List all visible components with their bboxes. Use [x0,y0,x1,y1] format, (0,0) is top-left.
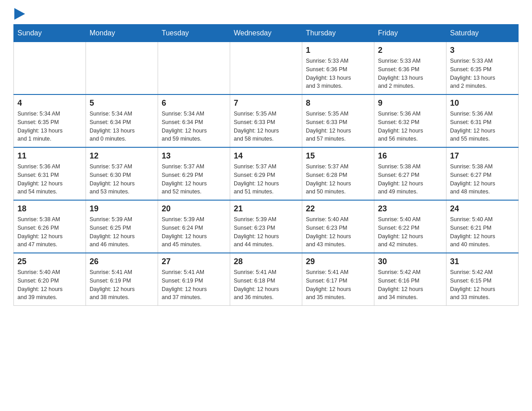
calendar-header: SundayMondayTuesdayWednesdayThursdayFrid… [14,25,519,42]
day-number: 20 [162,204,226,214]
day-cell [14,42,86,95]
day-cell: 3Sunrise: 5:33 AMSunset: 6:35 PMDaylight… [446,42,519,95]
day-cell: 19Sunrise: 5:39 AMSunset: 6:25 PMDayligh… [86,200,158,253]
day-number: 29 [306,257,370,266]
day-number: 31 [450,257,515,266]
day-info: Sunrise: 5:40 AMSunset: 6:20 PMDaylight:… [17,268,82,302]
day-info: Sunrise: 5:34 AMSunset: 6:34 PMDaylight:… [162,110,226,143]
day-info: Sunrise: 5:34 AMSunset: 6:35 PMDaylight:… [17,110,82,143]
day-info: Sunrise: 5:33 AMSunset: 6:36 PMDaylight:… [378,57,442,90]
day-info: Sunrise: 5:41 AMSunset: 6:19 PMDaylight:… [90,268,154,302]
header-friday: Friday [374,25,446,42]
day-cell: 17Sunrise: 5:38 AMSunset: 6:27 PMDayligh… [446,147,519,200]
calendar-table: SundayMondayTuesdayWednesdayThursdayFrid… [13,24,519,306]
day-number: 17 [450,151,515,161]
day-cell: 11Sunrise: 5:36 AMSunset: 6:31 PMDayligh… [14,147,86,200]
day-cell: 13Sunrise: 5:37 AMSunset: 6:29 PMDayligh… [158,147,230,200]
day-number: 26 [90,257,154,266]
day-info: Sunrise: 5:37 AMSunset: 6:29 PMDaylight:… [234,163,298,196]
day-number: 28 [234,257,298,266]
day-cell: 26Sunrise: 5:41 AMSunset: 6:19 PMDayligh… [86,253,158,306]
day-cell: 31Sunrise: 5:42 AMSunset: 6:15 PMDayligh… [446,253,519,306]
day-cell [158,42,230,95]
day-info: Sunrise: 5:37 AMSunset: 6:28 PMDaylight:… [306,163,370,196]
day-info: Sunrise: 5:39 AMSunset: 6:23 PMDaylight:… [234,215,298,249]
day-number: 2 [378,46,442,55]
day-cell: 7Sunrise: 5:35 AMSunset: 6:33 PMDaylight… [230,94,302,147]
header-monday: Monday [86,25,158,42]
day-cell: 10Sunrise: 5:36 AMSunset: 6:31 PMDayligh… [446,94,519,147]
day-cell: 8Sunrise: 5:35 AMSunset: 6:33 PMDaylight… [302,94,374,147]
day-info: Sunrise: 5:42 AMSunset: 6:15 PMDaylight:… [450,268,515,302]
day-number: 4 [17,98,82,108]
day-cell: 6Sunrise: 5:34 AMSunset: 6:34 PMDaylight… [158,94,230,147]
week-row-5: 25Sunrise: 5:40 AMSunset: 6:20 PMDayligh… [14,253,519,306]
day-cell: 21Sunrise: 5:39 AMSunset: 6:23 PMDayligh… [230,200,302,253]
day-number: 21 [234,204,298,214]
week-row-2: 4Sunrise: 5:34 AMSunset: 6:35 PMDaylight… [14,94,519,147]
day-cell: 15Sunrise: 5:37 AMSunset: 6:28 PMDayligh… [302,147,374,200]
day-info: Sunrise: 5:40 AMSunset: 6:22 PMDaylight:… [378,215,442,249]
day-info: Sunrise: 5:37 AMSunset: 6:30 PMDaylight:… [90,163,154,196]
day-number: 7 [234,98,298,108]
week-row-4: 18Sunrise: 5:38 AMSunset: 6:26 PMDayligh… [14,200,519,253]
day-info: Sunrise: 5:39 AMSunset: 6:25 PMDaylight:… [90,215,154,249]
day-headers-row: SundayMondayTuesdayWednesdayThursdayFrid… [14,25,519,42]
day-cell: 14Sunrise: 5:37 AMSunset: 6:29 PMDayligh… [230,147,302,200]
day-number: 19 [90,204,154,214]
day-info: Sunrise: 5:39 AMSunset: 6:24 PMDaylight:… [162,215,226,249]
day-number: 15 [306,151,370,161]
day-number: 9 [378,98,442,108]
header-tuesday: Tuesday [158,25,230,42]
day-cell: 5Sunrise: 5:34 AMSunset: 6:34 PMDaylight… [86,94,158,147]
day-cell: 27Sunrise: 5:41 AMSunset: 6:19 PMDayligh… [158,253,230,306]
header-sunday: Sunday [14,25,86,42]
day-cell: 16Sunrise: 5:38 AMSunset: 6:27 PMDayligh… [374,147,446,200]
day-info: Sunrise: 5:41 AMSunset: 6:18 PMDaylight:… [234,268,298,302]
day-info: Sunrise: 5:40 AMSunset: 6:23 PMDaylight:… [306,215,370,249]
day-number: 5 [90,98,154,108]
day-info: Sunrise: 5:35 AMSunset: 6:33 PMDaylight:… [306,110,370,143]
day-cell: 28Sunrise: 5:41 AMSunset: 6:18 PMDayligh… [230,253,302,306]
logo-arrow-icon [14,8,25,20]
day-number: 25 [17,257,82,266]
day-cell: 20Sunrise: 5:39 AMSunset: 6:24 PMDayligh… [158,200,230,253]
day-info: Sunrise: 5:33 AMSunset: 6:36 PMDaylight:… [306,57,370,90]
day-number: 14 [234,151,298,161]
day-info: Sunrise: 5:33 AMSunset: 6:35 PMDaylight:… [450,57,515,90]
day-cell [86,42,158,95]
day-number: 24 [450,204,515,214]
logo [13,9,25,20]
day-cell: 24Sunrise: 5:40 AMSunset: 6:21 PMDayligh… [446,200,519,253]
day-number: 18 [17,204,82,214]
day-number: 13 [162,151,226,161]
day-cell: 30Sunrise: 5:42 AMSunset: 6:16 PMDayligh… [374,253,446,306]
day-cell: 29Sunrise: 5:41 AMSunset: 6:17 PMDayligh… [302,253,374,306]
day-info: Sunrise: 5:38 AMSunset: 6:27 PMDaylight:… [378,163,442,196]
day-cell: 1Sunrise: 5:33 AMSunset: 6:36 PMDaylight… [302,42,374,95]
day-number: 1 [306,46,370,55]
day-info: Sunrise: 5:40 AMSunset: 6:21 PMDaylight:… [450,215,515,249]
day-info: Sunrise: 5:41 AMSunset: 6:19 PMDaylight:… [162,268,226,302]
header-wednesday: Wednesday [230,25,302,42]
day-number: 10 [450,98,515,108]
day-info: Sunrise: 5:35 AMSunset: 6:33 PMDaylight:… [234,110,298,143]
day-number: 12 [90,151,154,161]
day-number: 23 [378,204,442,214]
day-info: Sunrise: 5:42 AMSunset: 6:16 PMDaylight:… [378,268,442,302]
day-info: Sunrise: 5:34 AMSunset: 6:34 PMDaylight:… [90,110,154,143]
day-info: Sunrise: 5:41 AMSunset: 6:17 PMDaylight:… [306,268,370,302]
svg-marker-0 [14,8,25,20]
week-row-1: 1Sunrise: 5:33 AMSunset: 6:36 PMDaylight… [14,42,519,95]
day-cell: 9Sunrise: 5:36 AMSunset: 6:32 PMDaylight… [374,94,446,147]
day-cell: 18Sunrise: 5:38 AMSunset: 6:26 PMDayligh… [14,200,86,253]
day-number: 6 [162,98,226,108]
day-cell: 23Sunrise: 5:40 AMSunset: 6:22 PMDayligh… [374,200,446,253]
day-number: 22 [306,204,370,214]
day-info: Sunrise: 5:38 AMSunset: 6:27 PMDaylight:… [450,163,515,196]
day-info: Sunrise: 5:36 AMSunset: 6:31 PMDaylight:… [450,110,515,143]
day-cell [230,42,302,95]
day-info: Sunrise: 5:36 AMSunset: 6:32 PMDaylight:… [378,110,442,143]
calendar-body: 1Sunrise: 5:33 AMSunset: 6:36 PMDaylight… [14,42,519,306]
day-number: 27 [162,257,226,266]
